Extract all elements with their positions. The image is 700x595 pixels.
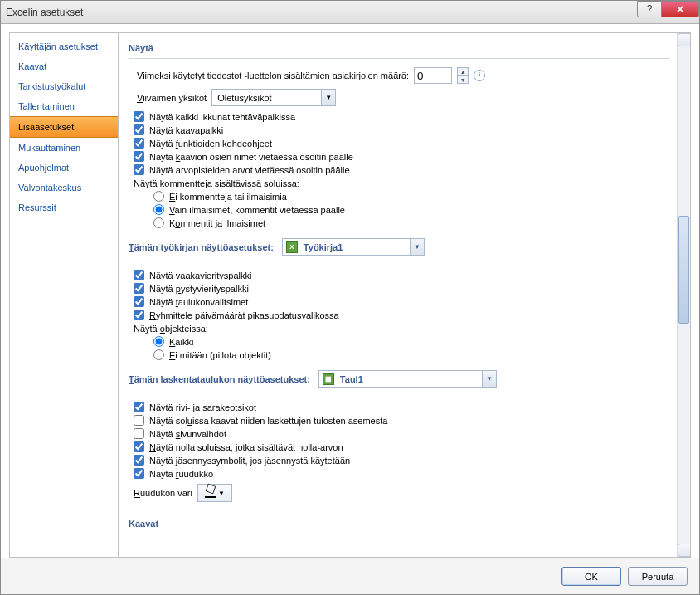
chk-gridlines[interactable] [134, 468, 144, 479]
recent-docs-label: Viimeksi käytetyt tiedostot -luettelon s… [137, 71, 409, 80]
chk-vscroll[interactable] [134, 283, 144, 294]
recent-docs-spinner[interactable]: ▲▼ [457, 67, 469, 84]
help-button[interactable]: ? [637, 1, 662, 17]
chk-page-breaks[interactable] [134, 428, 144, 439]
category-sidebar: Käyttäjän asetukset Kaavat Tarkistustyök… [9, 32, 119, 558]
chk-chart-names[interactable] [134, 151, 144, 162]
chk-row-col-headers[interactable] [134, 402, 144, 412]
chk-formula-bar[interactable] [134, 124, 144, 135]
chevron-down-icon: ▼ [410, 239, 424, 255]
excel-icon: X [286, 241, 298, 253]
gridline-color-label: Ruudukon väri [134, 488, 192, 498]
vertical-scrollbar[interactable]: ▲ ▼ [677, 33, 690, 557]
chk-datapoint-values[interactable] [134, 164, 144, 175]
sidebar-item-addins[interactable]: Apuohjelmat [10, 158, 118, 178]
section-display: Näytä [129, 38, 670, 59]
sidebar-item-proofing[interactable]: Tarkistustyökalut [10, 76, 118, 96]
sidebar-item-resources[interactable]: Resurssit [10, 198, 118, 217]
chk-show-formulas[interactable] [134, 415, 144, 426]
sidebar-item-trust[interactable]: Valvontakeskus [10, 178, 118, 198]
radio-objects-all[interactable] [153, 336, 164, 347]
sidebar-item-advanced[interactable]: Lisäasetukset [10, 116, 118, 138]
titlebar: Excelin asetukset ? × [1, 1, 699, 24]
chk-sheet-tabs[interactable] [134, 296, 144, 307]
objects-label: Näytä objekteissa: [129, 324, 670, 334]
ruler-units-select[interactable]: Oletusyksiköt ▼ [211, 89, 336, 106]
section-workbook: Tämän työkirjan näyttöasetukset: X Työki… [129, 233, 670, 261]
recent-docs-input[interactable] [414, 67, 452, 84]
chk-show-zeros[interactable] [134, 441, 144, 452]
radio-comments-both[interactable] [153, 217, 164, 228]
scroll-down-icon[interactable]: ▼ [678, 544, 691, 557]
worksheet-select[interactable]: ▦ Taul1 ▼ [318, 370, 497, 388]
options-dialog: Excelin asetukset ? × Käyttäjän asetukse… [0, 0, 700, 595]
cancel-button[interactable]: Peruuta [628, 567, 688, 586]
chk-outline-symbols[interactable] [134, 455, 144, 466]
window-title: Excelin asetukset [6, 7, 83, 18]
section-worksheet: Tämän laskentataulukon näyttöasetukset: … [129, 365, 670, 393]
ruler-units-label: Viivaimen yksiköt [137, 93, 207, 103]
sheet-icon: ▦ [323, 373, 334, 385]
chk-taskbar-windows[interactable] [134, 111, 144, 122]
scroll-up-icon[interactable]: ▲ [678, 33, 691, 46]
close-button[interactable]: × [661, 1, 699, 17]
radio-comments-none[interactable] [153, 191, 164, 202]
sidebar-item-save[interactable]: Tallentaminen [10, 96, 118, 116]
sidebar-item-popular[interactable]: Käyttäjän asetukset [10, 37, 118, 56]
main-panel: Näytä Viimeksi käytetyt tiedostot -luett… [119, 32, 691, 558]
sidebar-item-customize[interactable]: Mukauttaminen [10, 138, 118, 158]
sidebar-item-formulas[interactable]: Kaavat [10, 56, 118, 76]
comments-label: Näytä kommentteja sisältävissä soluissa: [129, 178, 670, 188]
radio-comments-indicator[interactable] [153, 204, 164, 215]
workbook-select[interactable]: X Työkirja1 ▼ [282, 238, 425, 256]
info-icon[interactable]: i [474, 70, 485, 81]
gridline-color-button[interactable]: ▼ [197, 484, 232, 502]
dialog-footer: OK Peruuta [1, 558, 699, 594]
chk-hscroll[interactable] [134, 270, 144, 280]
main-scroll[interactable]: Näytä Viimeksi käytetyt tiedostot -luett… [119, 33, 677, 557]
ok-button[interactable]: OK [561, 567, 621, 586]
chk-function-tooltips[interactable] [134, 138, 144, 149]
scroll-thumb[interactable] [678, 216, 689, 324]
paint-bucket-icon [205, 488, 216, 498]
radio-objects-none[interactable] [153, 349, 164, 360]
section-next: Kaavat [129, 514, 670, 534]
chevron-down-icon: ▼ [321, 90, 335, 105]
chevron-down-icon: ▼ [482, 371, 496, 387]
chk-group-dates[interactable] [134, 310, 144, 320]
